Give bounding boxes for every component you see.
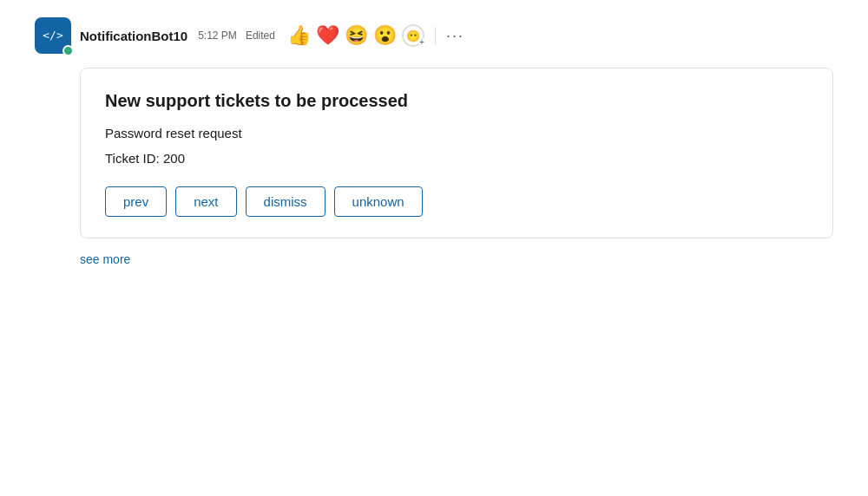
bot-avatar: </> [35,17,71,54]
edited-label: Edited [246,29,275,42]
unknown-button[interactable]: unknown [334,186,423,217]
bot-icon: </> [43,24,63,48]
add-reaction-plus-icon: + [419,38,424,47]
next-button[interactable]: next [175,186,236,217]
card-description: Password reset request [105,126,808,140]
see-more-link[interactable]: see more [80,252,130,266]
card-buttons: prev next dismiss unknown [105,186,808,217]
wow-emoji[interactable]: 😮 [373,24,397,47]
reactions-area: 👍 ❤️ 😆 😮 😶 + [287,24,424,47]
prev-button[interactable]: prev [105,186,167,217]
card-title: New support tickets to be processed [105,89,808,112]
laugh-emoji[interactable]: 😆 [345,24,368,47]
message-time: 5:12 PM [198,29,237,42]
heart-emoji[interactable]: ❤️ [316,24,339,47]
add-reaction-button[interactable]: 😶 + [402,24,424,47]
ticket-card: New support tickets to be processed Pass… [80,68,833,238]
ticket-id: Ticket ID: 200 [105,151,808,166]
message-header: </> NotificationBot10 5:12 PM Edited 👍 ❤… [35,17,833,54]
reactions-divider [435,27,436,44]
more-options-button[interactable]: ··· [446,27,464,45]
online-status-dot [62,45,74,56]
dismiss-button[interactable]: dismiss [246,186,326,217]
message-container: </> NotificationBot10 5:12 PM Edited 👍 ❤… [35,17,833,267]
thumbsup-emoji[interactable]: 👍 [287,24,311,47]
bot-name: NotificationBot10 [80,29,187,43]
svg-text:</>: </> [43,29,63,42]
